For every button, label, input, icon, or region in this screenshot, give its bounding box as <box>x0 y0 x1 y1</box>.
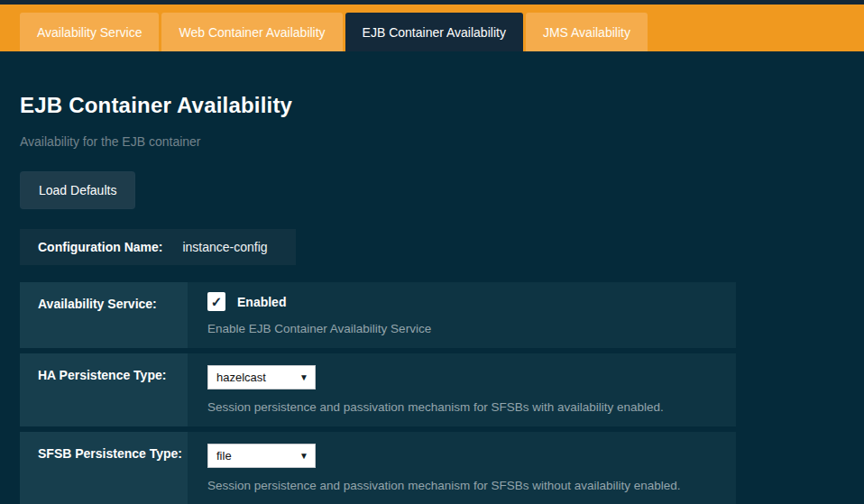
tab-bar: Availability Service Web Container Avail… <box>0 5 864 51</box>
page-subtitle: Availability for the EJB container <box>20 134 844 149</box>
checkmark-icon: ✓ <box>211 294 223 310</box>
chevron-down-icon: ▼ <box>299 373 308 382</box>
tab-jms-availability[interactable]: JMS Availability <box>526 13 648 51</box>
ha-persistence-type-value: hazelcast <box>216 371 266 384</box>
ha-persistence-type-label: HA Persistence Type: <box>20 353 188 426</box>
sfsb-persistence-type-description: Session persistence and passivation mech… <box>207 479 718 492</box>
tab-availability-service[interactable]: Availability Service <box>20 13 159 51</box>
load-defaults-button[interactable]: Load Defaults <box>20 171 135 209</box>
availability-form: Availability Service: ✓ Enabled Enable E… <box>20 282 844 504</box>
chevron-down-icon: ▼ <box>299 452 308 461</box>
ha-persistence-type-select[interactable]: hazelcast ▼ <box>207 365 316 389</box>
main-content: EJB Container Availability Availability … <box>0 93 864 504</box>
row-sfsb-persistence-type: SFSB Persistence Type: file ▼ Session pe… <box>20 432 736 504</box>
page-title: EJB Container Availability <box>20 93 844 118</box>
tab-web-container-availability[interactable]: Web Container Availability <box>161 13 342 51</box>
availability-service-label: Availability Service: <box>20 282 188 348</box>
tab-ejb-container-availability[interactable]: EJB Container Availability <box>345 13 523 51</box>
enabled-label: Enabled <box>237 295 286 309</box>
availability-service-checkbox[interactable]: ✓ <box>207 292 225 311</box>
row-availability-service: Availability Service: ✓ Enabled Enable E… <box>20 282 736 348</box>
sfsb-persistence-type-label: SFSB Persistence Type: <box>20 432 188 504</box>
row-ha-persistence-type: HA Persistence Type: hazelcast ▼ Session… <box>20 353 736 426</box>
configuration-name-row: Configuration Name: instance-config <box>20 229 296 265</box>
availability-service-description: Enable EJB Container Availability Servic… <box>207 322 718 335</box>
configuration-name-label: Configuration Name: <box>38 240 162 254</box>
configuration-name-value: instance-config <box>182 240 267 254</box>
sfsb-persistence-type-select[interactable]: file ▼ <box>207 444 316 468</box>
ha-persistence-type-description: Session persistence and passivation mech… <box>207 400 718 414</box>
sfsb-persistence-type-value: file <box>216 449 232 463</box>
